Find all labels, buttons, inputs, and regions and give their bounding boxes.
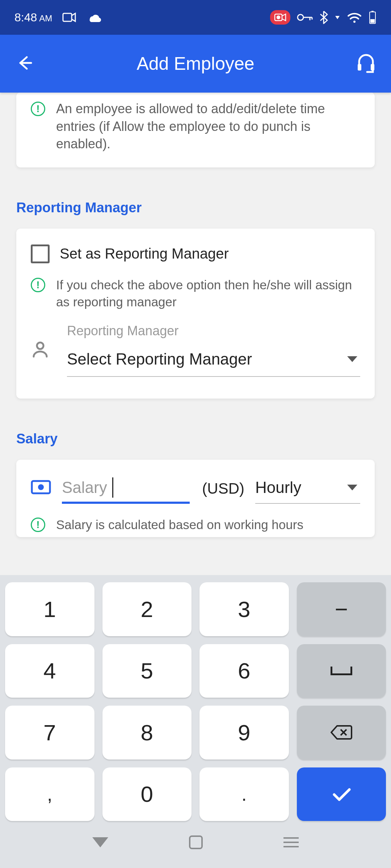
bluetooth-icon <box>319 10 328 24</box>
space-icon <box>331 667 352 675</box>
info-icon: ! <box>31 102 45 116</box>
vpn-key-icon <box>297 13 313 22</box>
svg-point-12 <box>38 484 44 490</box>
set-reporting-manager-checkbox-row[interactable]: Set as Reporting Manager <box>31 244 360 263</box>
section-title-salary: Salary <box>16 431 391 447</box>
reporting-manager-card: Set as Reporting Manager ! If you check … <box>16 229 375 399</box>
salary-period-select[interactable]: Hourly <box>255 476 360 504</box>
key-2[interactable]: 2 <box>102 582 192 636</box>
salary-hint-text: Salary is calculated based on working ho… <box>56 516 303 533</box>
key-dot[interactable]: . <box>199 767 289 821</box>
numeric-keyboard: 1 2 3 − 4 5 6 7 8 9 , 0 . <box>0 575 391 868</box>
wifi-icon <box>347 12 362 23</box>
app-bar: Add Employee <box>0 35 391 93</box>
battery-icon <box>369 10 377 24</box>
reporting-manager-field-label: Reporting Manager <box>67 323 360 339</box>
status-bar: 8:48AM <box>0 0 391 35</box>
section-title-reporting: Reporting Manager <box>16 200 391 216</box>
key-comma[interactable]: , <box>5 767 94 821</box>
page-title: Add Employee <box>0 53 391 74</box>
nav-back-button[interactable] <box>92 837 108 847</box>
key-4[interactable]: 4 <box>5 644 94 698</box>
currency-label: (USD) <box>202 480 244 497</box>
chevron-down-icon <box>347 485 357 490</box>
check-icon <box>331 786 352 803</box>
info-icon: ! <box>31 518 45 532</box>
reporting-manager-select[interactable]: Select Reporting Manager <box>67 344 360 377</box>
select-value: Select Reporting Manager <box>67 350 347 368</box>
key-9[interactable]: 9 <box>199 706 289 760</box>
svg-point-2 <box>277 16 280 19</box>
key-backspace[interactable] <box>297 706 386 760</box>
status-time: 8:48AM <box>14 11 52 24</box>
salary-card: Salary (USD) Hourly ! Salary is calculat… <box>16 460 375 537</box>
checkbox-label: Set as Reporting Manager <box>60 246 229 262</box>
recording-badge-icon <box>270 10 290 25</box>
nav-recents-button[interactable] <box>283 837 299 847</box>
nav-home-button[interactable] <box>189 835 203 849</box>
key-3[interactable]: 3 <box>199 582 289 636</box>
key-1[interactable]: 1 <box>5 582 94 636</box>
key-minus[interactable]: − <box>297 582 386 636</box>
system-nav-bar <box>5 821 386 864</box>
key-space[interactable] <box>297 644 386 698</box>
reporting-hint-text: If you check the above option then he/sh… <box>56 276 360 311</box>
key-0[interactable]: 0 <box>102 767 192 821</box>
key-6[interactable]: 6 <box>199 644 289 698</box>
video-icon <box>62 12 77 23</box>
key-7[interactable]: 7 <box>5 706 94 760</box>
svg-rect-7 <box>370 19 375 23</box>
support-headset-button[interactable] <box>356 52 377 75</box>
key-8[interactable]: 8 <box>102 706 192 760</box>
backspace-icon <box>330 724 353 740</box>
cloud-icon <box>87 12 101 23</box>
svg-rect-6 <box>371 11 374 12</box>
svg-rect-0 <box>63 13 72 21</box>
info-icon: ! <box>31 278 45 292</box>
salary-placeholder: Salary <box>62 478 107 497</box>
salary-input[interactable]: Salary <box>62 476 190 504</box>
info-note-text: An employee is allowed to add/edit/delet… <box>56 100 360 153</box>
key-enter[interactable] <box>297 767 386 821</box>
text-cursor-icon <box>112 477 113 498</box>
key-5[interactable]: 5 <box>102 644 192 698</box>
money-icon <box>31 480 51 496</box>
person-icon <box>31 340 50 360</box>
svg-point-4 <box>353 21 356 23</box>
svg-point-10 <box>37 342 43 349</box>
dropdown-small-icon <box>335 14 340 20</box>
svg-rect-8 <box>358 64 361 71</box>
period-value: Hourly <box>255 478 330 497</box>
chevron-down-icon <box>347 356 357 362</box>
svg-rect-9 <box>371 64 374 71</box>
checkbox-icon[interactable] <box>31 244 50 263</box>
back-button[interactable] <box>14 53 35 75</box>
info-note-card: ! An employee is allowed to add/edit/del… <box>16 92 375 167</box>
svg-point-3 <box>298 14 303 20</box>
